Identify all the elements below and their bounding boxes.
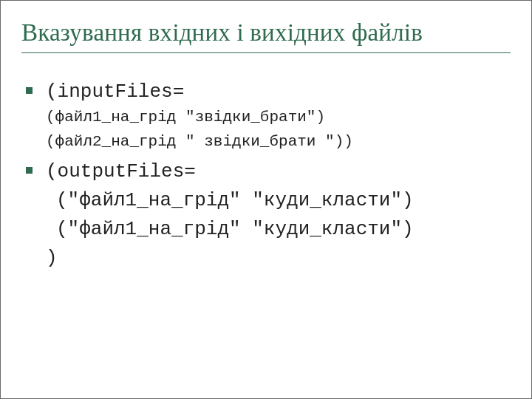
code-line: ("файл1_на_грід" "куди_класти") — [46, 186, 511, 215]
code-line: ("файл1_на_грід" "куди_класти") — [46, 215, 511, 244]
bullet-list: (inputFiles= (файл1_на_грід "звідки_брат… — [21, 78, 511, 273]
square-bullet-icon — [26, 87, 33, 94]
item-sub: (файл1_на_грід "звідки_брати") (файл2_на… — [46, 106, 511, 154]
item-head: (outputFiles= — [46, 158, 196, 186]
code-line: (файл2_на_грід " звідки_брати ")) — [46, 130, 511, 154]
slide-frame: Вказування вхідних і вихідних файлів (in… — [0, 0, 532, 399]
code-line: ) — [46, 244, 511, 273]
square-bullet-icon — [26, 167, 33, 174]
title-rule — [21, 52, 511, 53]
item-sub: ("файл1_на_грід" "куди_класти") ("файл1_… — [46, 186, 511, 273]
bullet-row: (outputFiles= — [26, 158, 511, 186]
slide-title: Вказування вхідних і вихідних файлів — [21, 18, 511, 48]
bullet-row: (inputFiles= — [26, 78, 511, 106]
list-item: (inputFiles= (файл1_на_грід "звідки_брат… — [26, 78, 511, 154]
code-line: (файл1_на_грід "звідки_брати") — [46, 106, 511, 130]
item-head: (inputFiles= — [46, 78, 184, 106]
list-item: (outputFiles= ("файл1_на_грід" "куди_кла… — [26, 158, 511, 273]
slide-body: (inputFiles= (файл1_на_грід "звідки_брат… — [21, 78, 511, 273]
